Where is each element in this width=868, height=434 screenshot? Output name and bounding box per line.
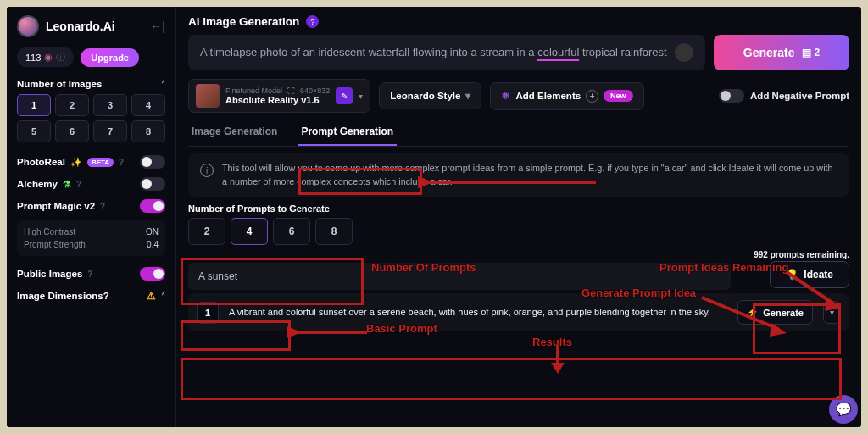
options-row: Finetuned Model ⛶640×832 Absolute Realit… [188,79,849,113]
info-banner: i This tool will allow you to come up wi… [188,153,849,197]
prompt-input[interactable]: A timelapse photo of an iridescent water… [188,35,705,70]
remaining-row: 992 prompts remaining. [188,250,849,259]
annotation-label: Results [532,336,572,348]
chevron-down-icon: ▾ [359,92,363,101]
public-images-toggle[interactable] [140,267,165,281]
prompt-text: A timelapse photo of an iridescent water… [200,45,668,60]
info-text: This tool will allow you to come up with… [222,162,837,188]
flask-icon: ⚗ [63,179,71,190]
section-header[interactable]: Number of Images ˄ [17,79,165,89]
svg-marker-4 [551,363,565,374]
new-badge: New [604,90,633,102]
token-row: 113 ◉ ⓘ Upgrade [17,47,165,67]
dimensions-icon: ⛶ [287,86,295,95]
add-elements-button[interactable]: ⚛ Add Elements + New [490,82,643,110]
help-icon[interactable]: ? [119,158,124,167]
image-dimensions-header[interactable]: Image Dimensions ? ⚠ ˄ [17,290,165,302]
result-generate-button[interactable]: ⚡ Generate [737,300,813,325]
num-images-option[interactable]: 1 [17,94,51,116]
annotation-arrow [541,342,575,376]
style-selector[interactable]: Leonardo Style ▾ [379,82,481,109]
num-images-option[interactable]: 3 [93,94,127,116]
ideate-row: 💡 Ideate [188,261,849,288]
tabs: Image Generation Prompt Generation [188,120,849,147]
photoreal-toggle[interactable] [140,155,165,169]
negative-prompt-toggle[interactable] [719,89,744,103]
coin-icon: ◉ [44,52,53,63]
num-prompts-label: Number of Prompts to Generate [188,203,849,214]
collapse-sidebar-icon[interactable]: ←| [150,19,165,33]
alchemy-toggle-row: Alchemy ⚗ ? [17,173,165,195]
info-icon: ⓘ [56,51,65,64]
help-icon[interactable]: ? [100,202,105,211]
toggle-label: Alchemy [17,179,58,189]
num-images-option[interactable]: 2 [55,94,89,116]
num-prompts-option[interactable]: 6 [273,218,310,245]
sparkle-icon: ✨ [70,157,82,168]
result-text: A vibrant and colorful sunset over a ser… [229,306,727,319]
page-title: AI Image Generation [188,15,299,28]
setting-label: Prompt Strength [24,240,86,249]
chevron-down-icon: ▾ [465,90,470,102]
num-images-option[interactable]: 4 [131,94,165,116]
result-generate-label: Generate [763,308,804,318]
toggle-label: Public Images [17,269,82,279]
sidebar: Leonardo.Ai ←| 113 ◉ ⓘ Upgrade Number of… [7,7,176,427]
section-title: Number of Images [17,79,102,89]
setting-value: 0.4 [147,240,159,249]
main-panel: AI Image Generation ? A timelapse photo … [176,7,861,427]
prompt-magic-toggle-row: Prompt Magic v2 ? [17,195,165,217]
num-prompts-section: Number of Prompts to Generate 2 4 6 8 [188,203,849,245]
brand-row: Leonardo.Ai ←| [17,15,165,37]
upgrade-button[interactable]: Upgrade [81,48,139,67]
model-selector[interactable]: Finetuned Model ⛶640×832 Absolute Realit… [188,79,370,113]
num-images-option[interactable]: 8 [131,120,165,142]
negative-prompt-row: Add Negative Prompt [719,89,849,103]
brand-logo [17,15,39,37]
num-prompts-grid: 2 4 6 8 [188,218,849,245]
num-images-option[interactable]: 5 [17,120,51,142]
help-icon: ? [103,291,109,301]
style-label: Leonardo Style [390,91,460,101]
brand-name: Leonardo.Ai [46,19,115,33]
num-prompts-option[interactable]: 2 [188,218,225,245]
beta-badge: BETA [87,158,114,167]
prompt-row: A timelapse photo of an iridescent water… [188,35,849,70]
prompt-magic-toggle[interactable] [140,199,165,213]
num-prompts-option[interactable]: 4 [231,218,268,245]
public-images-toggle-row: Public Images ? [17,263,165,285]
token-balance[interactable]: 113 ◉ ⓘ [17,47,74,67]
atom-icon: ⚛ [501,90,510,102]
toggle-label: Prompt Magic v2 [17,201,95,211]
add-elements-label: Add Elements [515,91,581,101]
help-icon[interactable]: ? [306,15,319,28]
ideate-button[interactable]: 💡 Ideate [770,261,849,288]
photoreal-toggle-row: PhotoReal ✨ BETA ? [17,151,165,173]
high-contrast-row[interactable]: High Contrast ON [24,225,159,238]
tab-image-generation[interactable]: Image Generation [188,120,281,146]
annotation-box [181,358,842,400]
help-icon[interactable]: ? [87,270,92,279]
generate-button[interactable]: Generate ▤ 2 [714,35,849,70]
bolt-icon: ⚡ [747,307,759,318]
num-images-option[interactable]: 6 [55,120,89,142]
toggle-label: PhotoReal [17,157,65,167]
prompts-remaining: 992 prompts remaining. [754,250,849,259]
num-images-option[interactable]: 7 [93,120,127,142]
result-row: 1 A vibrant and colorful sunset over a s… [188,293,849,331]
model-name: Absolute Reality v1.6 [225,95,330,105]
plus-icon: + [586,90,598,103]
help-icon[interactable]: ? [76,180,81,189]
result-dropdown[interactable]: ▾ [823,301,841,324]
setting-label: High Contrast [24,227,75,236]
setting-value: ON [146,227,159,236]
prompt-strength-row[interactable]: Prompt Strength 0.4 [24,238,159,251]
alchemy-toggle[interactable] [140,177,165,191]
title-row: AI Image Generation ? [188,15,849,28]
warning-icon: ⚠ [147,290,156,302]
tab-prompt-generation[interactable]: Prompt Generation [298,120,397,146]
chat-fab[interactable]: 💬 [829,395,858,424]
num-prompts-option[interactable]: 8 [315,218,353,245]
number-of-images-section: Number of Images ˄ 1 2 3 4 5 6 7 8 [17,79,165,142]
image-icon: ▤ [802,47,811,58]
